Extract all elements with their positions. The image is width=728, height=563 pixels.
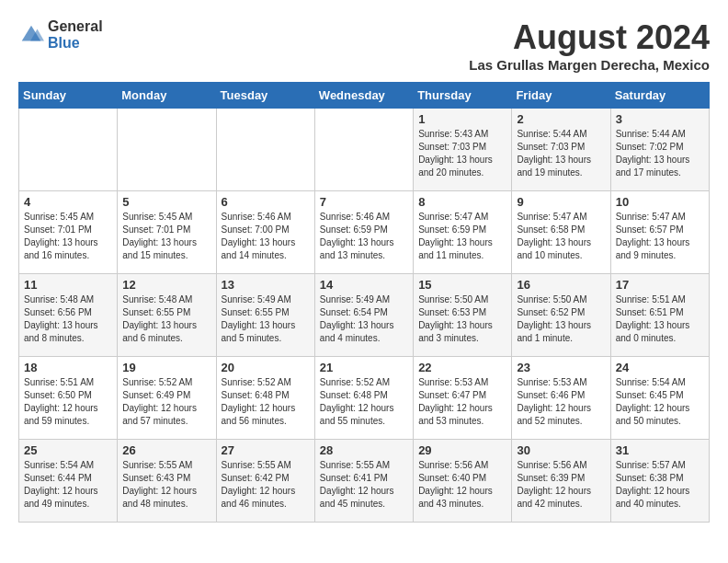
calendar-cell: 3Sunrise: 5:44 AM Sunset: 7:02 PM Daylig…	[610, 109, 709, 191]
calendar-cell: 30Sunrise: 5:56 AM Sunset: 6:39 PM Dayli…	[512, 440, 610, 523]
day-number: 15	[418, 278, 506, 292]
month-year-title: August 2024	[469, 18, 710, 57]
day-info: Sunrise: 5:56 AM Sunset: 6:40 PM Dayligh…	[418, 459, 506, 511]
weekday-header-wednesday: Wednesday	[314, 83, 413, 109]
day-number: 11	[24, 278, 112, 292]
day-info: Sunrise: 5:46 AM Sunset: 6:59 PM Dayligh…	[320, 211, 408, 262]
day-number: 12	[122, 278, 210, 292]
day-number: 14	[320, 278, 408, 292]
day-info: Sunrise: 5:47 AM Sunset: 6:57 PM Dayligh…	[616, 211, 704, 262]
day-info: Sunrise: 5:45 AM Sunset: 7:01 PM Dayligh…	[122, 211, 210, 262]
day-info: Sunrise: 5:53 AM Sunset: 6:47 PM Dayligh…	[418, 376, 506, 428]
day-number: 27	[222, 443, 310, 457]
calendar-cell	[314, 109, 413, 191]
day-info: Sunrise: 5:55 AM Sunset: 6:41 PM Dayligh…	[320, 459, 408, 511]
calendar-cell	[19, 109, 118, 191]
calendar-cell: 17Sunrise: 5:51 AM Sunset: 6:51 PM Dayli…	[610, 274, 709, 357]
day-info: Sunrise: 5:56 AM Sunset: 6:39 PM Dayligh…	[517, 459, 605, 511]
location-subtitle: Las Grullas Margen Derecha, Mexico	[469, 57, 710, 73]
calendar-cell: 20Sunrise: 5:52 AM Sunset: 6:48 PM Dayli…	[216, 357, 314, 440]
day-number: 30	[517, 443, 605, 457]
calendar-cell: 14Sunrise: 5:49 AM Sunset: 6:54 PM Dayli…	[314, 274, 413, 357]
day-number: 7	[320, 195, 408, 209]
day-info: Sunrise: 5:51 AM Sunset: 6:50 PM Dayligh…	[24, 376, 112, 428]
calendar-cell: 15Sunrise: 5:50 AM Sunset: 6:53 PM Dayli…	[414, 274, 512, 357]
weekday-header-row: SundayMondayTuesdayWednesdayThursdayFrid…	[19, 83, 710, 109]
day-info: Sunrise: 5:54 AM Sunset: 6:45 PM Dayligh…	[616, 376, 704, 428]
calendar-cell: 7Sunrise: 5:46 AM Sunset: 6:59 PM Daylig…	[314, 191, 413, 274]
day-number: 24	[616, 361, 704, 374]
day-info: Sunrise: 5:48 AM Sunset: 6:55 PM Dayligh…	[122, 293, 210, 345]
calendar-cell: 23Sunrise: 5:53 AM Sunset: 6:46 PM Dayli…	[512, 357, 610, 440]
day-number: 10	[616, 195, 704, 209]
weekday-header-friday: Friday	[512, 83, 610, 109]
calendar-cell: 13Sunrise: 5:49 AM Sunset: 6:55 PM Dayli…	[216, 274, 314, 357]
weekday-header-sunday: Sunday	[19, 83, 118, 109]
logo-icon	[18, 22, 44, 48]
calendar-cell: 11Sunrise: 5:48 AM Sunset: 6:56 PM Dayli…	[19, 274, 118, 357]
day-number: 3	[616, 112, 704, 126]
calendar-cell: 1Sunrise: 5:43 AM Sunset: 7:03 PM Daylig…	[414, 109, 512, 191]
calendar-cell: 28Sunrise: 5:55 AM Sunset: 6:41 PM Dayli…	[314, 440, 413, 523]
calendar-cell	[216, 109, 314, 191]
day-info: Sunrise: 5:51 AM Sunset: 6:51 PM Dayligh…	[616, 293, 704, 345]
weekday-header-tuesday: Tuesday	[216, 83, 314, 109]
day-number: 1	[418, 112, 506, 126]
weekday-header-saturday: Saturday	[610, 83, 709, 109]
day-number: 6	[222, 195, 310, 209]
calendar-cell: 27Sunrise: 5:55 AM Sunset: 6:42 PM Dayli…	[216, 440, 314, 523]
calendar-week-row: 25Sunrise: 5:54 AM Sunset: 6:44 PM Dayli…	[19, 440, 710, 523]
calendar-week-row: 1Sunrise: 5:43 AM Sunset: 7:03 PM Daylig…	[19, 109, 710, 191]
day-info: Sunrise: 5:48 AM Sunset: 6:56 PM Dayligh…	[24, 293, 112, 345]
calendar-cell: 10Sunrise: 5:47 AM Sunset: 6:57 PM Dayli…	[610, 191, 709, 274]
day-info: Sunrise: 5:45 AM Sunset: 7:01 PM Dayligh…	[24, 211, 112, 262]
day-number: 28	[320, 443, 408, 457]
day-info: Sunrise: 5:55 AM Sunset: 6:43 PM Dayligh…	[122, 459, 210, 511]
day-info: Sunrise: 5:57 AM Sunset: 6:38 PM Dayligh…	[616, 459, 704, 511]
day-number: 5	[122, 195, 210, 209]
day-info: Sunrise: 5:43 AM Sunset: 7:03 PM Dayligh…	[418, 128, 506, 179]
calendar-cell: 6Sunrise: 5:46 AM Sunset: 7:00 PM Daylig…	[216, 191, 314, 274]
calendar-cell: 18Sunrise: 5:51 AM Sunset: 6:50 PM Dayli…	[19, 357, 118, 440]
calendar-cell: 12Sunrise: 5:48 AM Sunset: 6:55 PM Dayli…	[118, 274, 216, 357]
logo-general-text: General	[48, 18, 103, 35]
day-info: Sunrise: 5:44 AM Sunset: 7:02 PM Dayligh…	[616, 128, 704, 179]
page-header: General Blue August 2024 Las Grullas Mar…	[18, 18, 710, 73]
day-info: Sunrise: 5:46 AM Sunset: 7:00 PM Dayligh…	[222, 211, 310, 262]
day-number: 31	[616, 443, 704, 457]
day-number: 18	[24, 361, 112, 374]
day-number: 13	[222, 278, 310, 292]
day-number: 2	[517, 112, 605, 126]
day-number: 22	[418, 361, 506, 374]
calendar-cell: 31Sunrise: 5:57 AM Sunset: 6:38 PM Dayli…	[610, 440, 709, 523]
day-info: Sunrise: 5:44 AM Sunset: 7:03 PM Dayligh…	[517, 128, 605, 179]
day-info: Sunrise: 5:52 AM Sunset: 6:49 PM Dayligh…	[122, 376, 210, 428]
day-number: 29	[418, 443, 506, 457]
calendar-cell: 16Sunrise: 5:50 AM Sunset: 6:52 PM Dayli…	[512, 274, 610, 357]
day-info: Sunrise: 5:55 AM Sunset: 6:42 PM Dayligh…	[222, 459, 310, 511]
calendar-cell	[118, 109, 216, 191]
title-block: August 2024 Las Grullas Margen Derecha, …	[469, 18, 710, 73]
day-number: 20	[222, 361, 310, 374]
logo: General Blue	[18, 18, 103, 51]
calendar-cell: 25Sunrise: 5:54 AM Sunset: 6:44 PM Dayli…	[19, 440, 118, 523]
day-info: Sunrise: 5:47 AM Sunset: 6:58 PM Dayligh…	[517, 211, 605, 262]
day-number: 8	[418, 195, 506, 209]
day-number: 25	[24, 443, 112, 457]
day-number: 9	[517, 195, 605, 209]
calendar-cell: 19Sunrise: 5:52 AM Sunset: 6:49 PM Dayli…	[118, 357, 216, 440]
day-info: Sunrise: 5:54 AM Sunset: 6:44 PM Dayligh…	[24, 459, 112, 511]
day-info: Sunrise: 5:50 AM Sunset: 6:52 PM Dayligh…	[517, 293, 605, 345]
calendar-week-row: 4Sunrise: 5:45 AM Sunset: 7:01 PM Daylig…	[19, 191, 710, 274]
calendar-cell: 22Sunrise: 5:53 AM Sunset: 6:47 PM Dayli…	[414, 357, 512, 440]
calendar-cell: 5Sunrise: 5:45 AM Sunset: 7:01 PM Daylig…	[118, 191, 216, 274]
day-number: 19	[122, 361, 210, 374]
calendar-cell: 4Sunrise: 5:45 AM Sunset: 7:01 PM Daylig…	[19, 191, 118, 274]
day-info: Sunrise: 5:49 AM Sunset: 6:55 PM Dayligh…	[222, 293, 310, 345]
day-number: 17	[616, 278, 704, 292]
day-number: 23	[517, 361, 605, 374]
day-number: 26	[122, 443, 210, 457]
day-info: Sunrise: 5:47 AM Sunset: 6:59 PM Dayligh…	[418, 211, 506, 262]
calendar-cell: 26Sunrise: 5:55 AM Sunset: 6:43 PM Dayli…	[118, 440, 216, 523]
day-info: Sunrise: 5:52 AM Sunset: 6:48 PM Dayligh…	[222, 376, 310, 428]
